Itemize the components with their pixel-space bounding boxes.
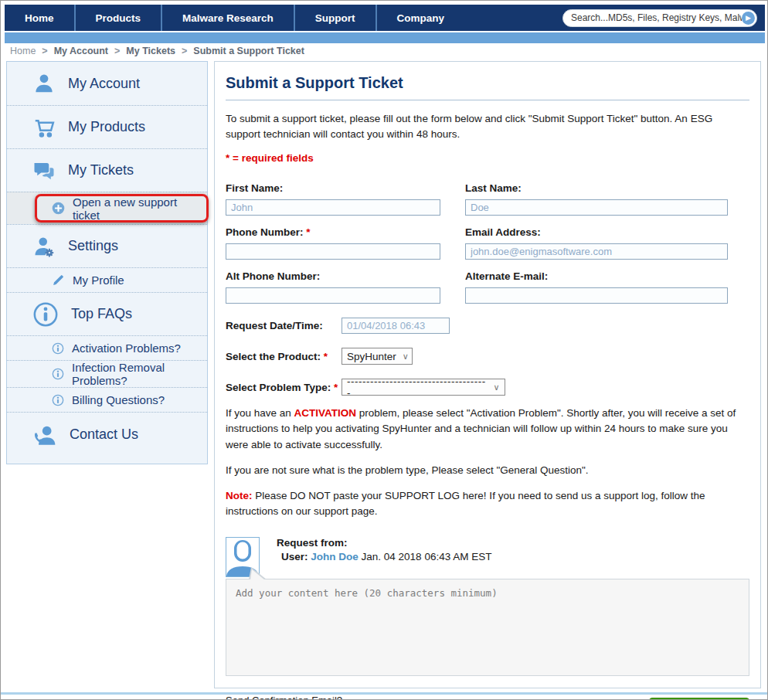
sidebar-item-label: Activation Problems? [72, 342, 181, 355]
search-submit-icon[interactable]: ▶ [742, 12, 755, 25]
sidebar-item-top-faqs[interactable]: Top FAQs [7, 292, 207, 335]
phone-number-field[interactable] [226, 243, 440, 260]
sidebar-item-label: My Tickets [68, 162, 134, 178]
nav-item-support[interactable]: Support [295, 5, 377, 31]
sidebar-item-activation-problems[interactable]: Activation Problems? [7, 335, 207, 360]
nav-item-products[interactable]: Products [76, 5, 163, 31]
request-datetime-label: Request Date/Time: [226, 320, 342, 331]
info-circle-icon [52, 394, 64, 406]
email-address-label: Email Address: [465, 226, 728, 238]
person-gear-icon [32, 235, 56, 258]
message-textarea[interactable] [226, 579, 749, 676]
sidebar-item-open-new-ticket[interactable]: Open a new support ticket [7, 192, 207, 224]
sidebar-item-billing-questions[interactable]: Billing Questions? [7, 387, 207, 412]
bottom-divider [1, 692, 767, 695]
request-user-line: User: John Doe Jan. 04 2018 06:43 AM EST [281, 551, 491, 562]
search-placeholder-text: Search...MD5s, Files, Registry Keys, Mal… [571, 12, 742, 23]
message-wrap [226, 579, 749, 679]
alt-phone-label: Alt Phone Number: [226, 270, 440, 282]
plus-circle-icon [52, 202, 65, 215]
select-product-row: Select the Product: * SpyHunter ∨ [226, 348, 749, 365]
title-divider [226, 100, 749, 100]
sidebar-item-my-account[interactable]: My Account [7, 62, 207, 105]
breadcrumb-my-tickets[interactable]: My Tickets [126, 46, 175, 56]
pencil-icon [52, 274, 65, 287]
note-prefix: Note: [226, 490, 253, 501]
problem-type-select-value: ------------------------------------- [347, 375, 487, 399]
sidebar-item-label: My Profile [73, 274, 124, 287]
intro-text: To submit a support ticket, please fill … [226, 111, 749, 141]
first-name-label: First Name: [226, 182, 440, 194]
sidebar: My Account My Products My Tickets Open a… [6, 61, 208, 464]
breadcrumb-separator: > [42, 46, 47, 56]
note-paragraph: Note: Please DO NOT paste your SUPPORT L… [226, 488, 749, 520]
product-select[interactable]: SpyHunter ∨ [342, 348, 413, 365]
required-asterisk: * [306, 226, 310, 238]
required-asterisk: * [324, 351, 328, 362]
page: Home Products Malware Research Support C… [0, 0, 768, 700]
last-name-field[interactable] [465, 199, 728, 216]
activation-highlight: ACTIVATION [294, 407, 357, 419]
user-name-link[interactable]: John Doe [311, 551, 359, 562]
page-title: Submit a Support Ticket [226, 74, 749, 92]
sidebar-item-label: Billing Questions? [72, 393, 165, 406]
sidebar-item-label: Open a new support ticket [73, 195, 207, 222]
chat-bubbles-icon [32, 159, 56, 182]
info-circle-icon [52, 342, 64, 355]
person-icon [32, 72, 56, 95]
breadcrumb: Home > My Account > My Tickets > Submit … [10, 46, 304, 56]
nav-item-malware-research[interactable]: Malware Research [162, 5, 295, 31]
sidebar-item-infection-removal-problems[interactable]: Infection Removal Problems? [7, 360, 207, 387]
select-product-label: Select the Product: * [226, 351, 342, 362]
request-timestamp: Jan. 04 2018 06:43 AM EST [362, 551, 492, 562]
alternate-email-field[interactable] [465, 287, 728, 304]
sidebar-item-label: Infection Removal Problems? [72, 361, 207, 387]
sidebar-item-label: My Products [68, 119, 145, 135]
select-problem-type-label: Select Problem Type: * [226, 382, 342, 393]
phone-person-icon [32, 423, 57, 447]
activation-paragraph: If you have an ACTIVATION problem, pleas… [226, 406, 749, 453]
speech-tail-inner [250, 569, 265, 580]
sidebar-item-settings[interactable]: Settings [7, 224, 207, 267]
last-name-label: Last Name: [465, 182, 728, 194]
sidebar-item-my-products[interactable]: My Products [7, 105, 207, 148]
sidebar-item-my-profile[interactable]: My Profile [7, 267, 207, 292]
chevron-down-icon: ∨ [487, 382, 500, 392]
first-name-field[interactable] [226, 199, 440, 216]
confirmation-group: Send Confirmation Email? Yes No [226, 695, 342, 700]
phone-number-label: Phone Number: * [226, 226, 440, 238]
user-label: User: [281, 551, 308, 562]
submit-button[interactable]: Submit ▶ [649, 698, 749, 700]
breadcrumb-home[interactable]: Home [10, 46, 36, 56]
sidebar-item-label: Contact Us [70, 426, 138, 443]
email-address-field[interactable] [465, 243, 728, 260]
footer-row: Send Confirmation Email? Yes No Submit ▶ [226, 695, 749, 700]
nav-item-home[interactable]: Home [5, 5, 76, 31]
send-confirmation-question: Send Confirmation Email? [226, 695, 342, 700]
request-datetime-row: Request Date/Time: [226, 318, 749, 334]
select-problem-type-row: Select Problem Type: * -----------------… [226, 379, 749, 396]
request-from-block: Request from: User: John Doe Jan. 04 201… [226, 537, 749, 577]
required-asterisk: * [334, 382, 338, 393]
request-meta: Request from: User: John Doe Jan. 04 201… [277, 537, 491, 562]
breadcrumb-separator: > [182, 46, 187, 56]
breadcrumb-my-account[interactable]: My Account [54, 46, 108, 56]
alt-phone-field[interactable] [226, 287, 440, 304]
alternate-email-label: Alternate E-mail: [465, 270, 728, 282]
search-input[interactable]: Search...MD5s, Files, Registry Keys, Mal… [562, 9, 757, 27]
sidebar-item-label: Settings [68, 238, 118, 254]
info-circle-icon [32, 301, 59, 328]
cart-icon [32, 116, 56, 139]
general-question-paragraph: If you are not sure what is the problem … [226, 463, 749, 478]
sidebar-item-my-tickets[interactable]: My Tickets [7, 148, 207, 192]
required-fields-note: * = required fields [226, 152, 749, 164]
sidebar-item-contact-us[interactable]: Contact Us [7, 412, 207, 457]
sidebar-item-label: My Account [68, 76, 140, 92]
nav-search-wrap: Search...MD5s, Files, Registry Keys, Mal… [562, 5, 765, 31]
product-select-value: SpyHunter [347, 351, 396, 362]
problem-type-select[interactable]: ------------------------------------- ∨ [342, 379, 505, 396]
request-datetime-field[interactable] [342, 318, 450, 334]
main-content: Submit a Support Ticket To submit a supp… [214, 61, 761, 688]
nav-item-company[interactable]: Company [377, 5, 465, 31]
info-circle-icon [52, 368, 64, 380]
